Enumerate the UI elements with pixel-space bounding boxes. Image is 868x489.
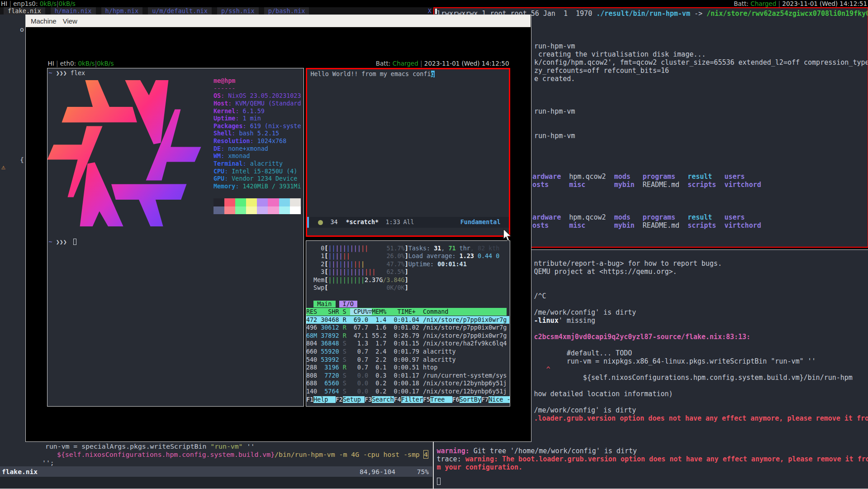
text-segment: RES SHR S [306,308,350,315]
menu-machine[interactable]: Machine [28,17,60,25]
htop-row: Swp[ 0K/0K] [306,284,408,292]
text-segment: 2023-11-01 (Wed) 14:12:51 [782,0,867,7]
text-segment: 0.7 [354,364,368,371]
text-segment: ------ [213,85,235,92]
text-segment: | [776,0,782,7]
tab-p-bash.nix[interactable]: p/bash.nix [264,7,309,14]
text-segment: KVM/QEMU (Standard [235,100,301,107]
palette-swatch [224,198,235,206]
text-segment: | [361,268,365,275]
text-segment: : [243,123,250,129]
text-segment: Filter [401,396,423,403]
text-segment: /^C [534,292,546,300]
text-segment [339,380,343,387]
palette-swatch [213,206,224,215]
text-segment: 55920 [321,348,339,355]
qemu-window[interactable]: Machine View HI | eth0: 0kB/s|0kB/s Batt… [25,14,531,442]
tab-p-ssh.nix[interactable]: p/ssh.nix [217,7,259,14]
text-segment: | [339,277,343,283]
text-segment: flex [67,70,85,77]
status-bar: HI | enp1s0: 0kB/s|0kB/s Batt: Charged |… [0,0,868,7]
terminal-line: how detailed location information) [534,390,673,398]
text-segment: virtchord [724,221,761,230]
text-segment: 0kB/s [97,60,114,67]
text-segment: | [354,277,357,283]
text-segment: ''; [42,459,54,466]
terminal-line: m your configuration. [437,463,523,471]
terminal-line: ardware hpm.qcow2 mods programs result u… [532,173,745,181]
palette-swatch [224,206,235,215]
text-segment: S [343,356,346,363]
tab-u-m-default.nix[interactable]: u/m/default.nix [148,7,212,14]
text-segment: 2.37G [365,277,383,283]
text-segment [368,372,372,379]
text-segment: 47.7% [386,261,404,268]
text-segment: m your configuration. [437,463,523,471]
workspace-dot-icon [318,220,323,225]
text-segment [368,245,386,252]
fetch-line: Host: KVM/QEMU (Standard [213,100,301,107]
vm-display: HI | eth0: 0kB/s|0kB/s Batt: Charged | 2… [47,60,510,408]
text-segment: | [365,268,368,275]
fetch-line: DE: none+xmonad [213,145,268,153]
text-segment: | [336,268,339,275]
close-icon[interactable]: X [428,7,432,14]
text-segment: Memory [213,183,235,190]
text-segment: 1.23 [460,253,474,259]
vm-terminal-window[interactable]: ~ ❯❯❯ flex me@hpm------OS: NixOS 23.05.2… [47,68,304,407]
text-segment: run-hpm-vm [534,132,575,140]
text-segment: 0.0 [354,380,368,387]
palette-swatch [235,198,246,206]
text-segment: | [418,60,424,67]
text-segment: HI [1,0,9,7]
text-segment: 0kB/s [78,60,95,67]
terminal-line: /me/work/config' is dirty [534,308,636,316]
text-segment [339,372,343,379]
text-segment: 0.44 0 [478,253,499,259]
tab-h-main.nix[interactable]: h/main.nix [51,7,96,14]
terminal-line: ardware hpm.qcow2 mods programs result u… [532,213,745,221]
text-segment: ardware [532,173,561,181]
text-segment: 0.2 [372,388,386,395]
terminal-line: ${self.nixosConfigurations.hpm.config.sy… [534,374,853,382]
text-segment: 0kB/s [40,0,57,7]
text-segment: Mem [306,277,324,283]
text-segment: 37892 [321,332,339,339]
text-segment: 68M [306,332,317,339]
terminal-line: ⚠ [1,163,5,171]
text-segment: | [357,245,361,252]
text-segment [716,181,724,189]
text-segment: | [336,261,339,268]
tab-h-hpm.nix[interactable]: h/hpm.nix [101,7,143,14]
text-segment: QEMU project at <https://qemu.org>. [534,268,677,276]
fetch-line: Kernel: 6.1.59 [213,107,265,115]
text-segment: ] [405,268,408,275]
text-segment: 0.3 [372,372,386,379]
text-segment: hpm.qcow2 [569,213,606,221]
text-segment: none+xmonad [228,145,268,152]
text-segment [328,284,386,291]
text-segment: Terminal [213,160,243,167]
text-segment: -linux [534,316,559,325]
menu-view[interactable]: View [60,17,81,25]
text-segment [346,380,354,387]
text-segment: ${self.nixosConfigurations.hpm.config.sy… [57,451,275,458]
fetch-line: ------ [213,85,235,92]
text-segment: htop [423,364,437,371]
text-segment: 1.7 [372,340,386,347]
htop-row: 496 30612 R 67.7 1.6 0:01.02 /nix/store/… [306,324,507,331]
terminal-cursor [73,239,76,245]
vm-htop-window[interactable]: 0[||||||||||| 51.7%]Tasks: 31, 71 thr, 8… [306,240,510,407]
text-segment [679,181,688,189]
palette-swatch [213,198,224,206]
text-segment: | [354,245,357,252]
text-segment: Kernel [213,108,235,115]
vm-network-status: HI | eth0: 0kB/s|0kB/s [48,60,114,67]
tab-flake.nix[interactable]: flake.nix [4,7,45,14]
terminal-line: k/config/hpm.qcow2', fmt=qcow2 cluster_s… [534,58,868,67]
vm-emacs-window[interactable]: Hello World!! from my emacs config 34 *s… [306,68,510,237]
text-segment: : [243,160,250,167]
text-segment: | [357,268,361,275]
text-segment: | [350,245,354,252]
text-segment: | [372,268,375,275]
